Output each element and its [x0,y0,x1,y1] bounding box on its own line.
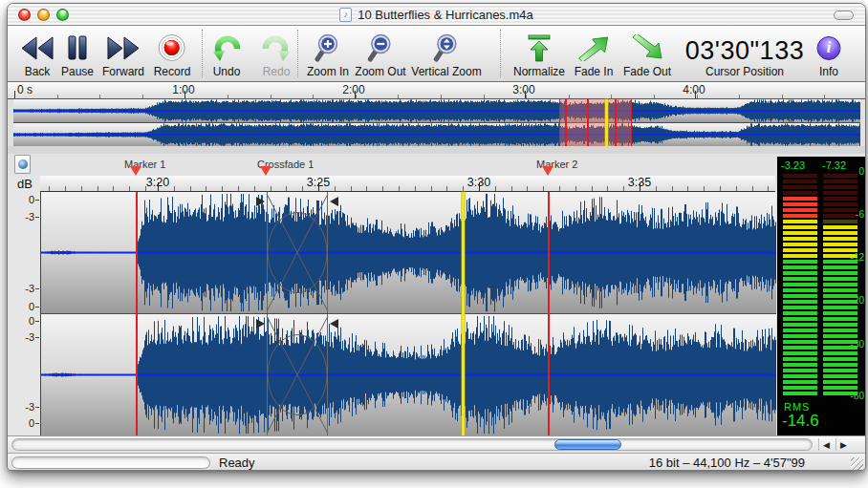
marker-1[interactable]: Marker 1 [124,155,165,172]
fast-forward-icon [107,31,140,65]
fade-in-button[interactable]: Fade In [575,28,614,81]
playback-cursor-line[interactable] [462,192,465,435]
scrollbar-thumb[interactable] [554,439,621,450]
db-scale-column: dB 0 -3 -3 0 0 -3 -3 0 [8,176,40,435]
fade-out-label: Fade Out [623,65,671,81]
record-button[interactable]: Record [154,28,191,81]
overview-ruler-label: 1:00 [172,83,194,96]
db-label: 0 [29,315,34,327]
selection-boundary-line[interactable] [136,192,138,435]
main-time-ruler[interactable]: 3:20 3:25 3:30 3:35 [39,176,775,192]
level-meter-right [823,174,857,397]
zoom-in-button[interactable]: Zoom In [307,28,349,81]
scroll-right-arrow-icon[interactable]: ▶ [835,438,851,451]
cursor-position-value: 03'30"133 [685,36,804,65]
overview-ruler[interactable]: 0 s 1:00 2:00 3:00 4:00 [8,82,865,99]
titlebar[interactable]: ♪ 10 Butterflies & Hurricanes.m4a [8,4,865,26]
overview-ruler-label: 2:00 [342,83,364,96]
pause-icon [66,31,89,65]
overview-waveform-canvas[interactable] [13,99,860,146]
back-button[interactable]: Back [21,28,54,81]
overview-cursor-line [605,99,608,146]
status-text: Ready [219,456,255,470]
redo-arrow-icon [260,31,293,65]
meter-scale-label: -20 [851,295,864,306]
undo-button[interactable]: Undo [210,28,243,81]
zoom-in-label: Zoom In [307,65,349,81]
peak-value-right: -7.32 [822,159,846,171]
cursor-position-display: 03'30"133 Cursor Position [685,28,804,81]
db-label: -3 [25,283,34,294]
fade-in-icon [577,31,610,65]
app-window: ♪ 10 Butterflies & Hurricanes.m4a Back P… [7,3,866,471]
document-proxy-icon[interactable] [14,155,31,174]
marker-strip[interactable]: Marker 1 Crossfade 1 Marker 2 [8,154,865,176]
overview-ruler-label: 3:00 [512,83,534,96]
waveform-editor[interactable] [40,192,775,435]
vertical-zoom-button[interactable]: Vertical Zoom [411,28,481,81]
overview-strip[interactable] [8,99,865,146]
resize-grip[interactable] [851,457,863,470]
redo-button[interactable]: Redo [260,28,293,81]
window-title: 10 Butterflies & Hurricanes.m4a [358,8,533,22]
close-button[interactable] [18,9,31,21]
progress-bar [11,456,210,469]
toolbar-toggle-button[interactable] [834,11,854,20]
zoom-window-button[interactable] [56,9,69,21]
forward-label: Forward [102,65,144,81]
overview-ruler-label: 0 s [17,83,33,96]
overview-marker-line [587,99,589,146]
fade-in-label: Fade In [575,65,614,81]
zoom-in-icon [314,31,342,65]
status-bar: Ready 16 bit – 44,100 Hz – 4'57"99 [8,453,865,471]
marker-crossfade-1[interactable]: Crossfade 1 [257,155,314,172]
marker-triangle-icon[interactable] [260,166,271,176]
zoom-out-button[interactable]: Zoom Out [355,28,405,81]
meter-scale-label: -6 [856,209,864,220]
normalize-button[interactable]: Normalize [513,28,565,81]
minimize-button[interactable] [37,9,50,21]
undo-arrow-icon [210,31,243,65]
scrollbar-track[interactable] [11,438,813,451]
undo-label: Undo [213,65,241,81]
normalize-label: Normalize [513,65,565,81]
crossfade-overlay-ch1[interactable] [267,192,328,313]
cursor-position-label: Cursor Position [705,65,784,81]
splitter [8,146,865,154]
zoom-out-icon [366,31,395,65]
main-waveform-canvas[interactable] [41,192,776,435]
selection-boundary-line[interactable] [548,192,550,435]
meter-scale-label: -60 [851,391,864,401]
meter-scale-label: -30 [851,339,864,350]
peak-value-left: -3.23 [781,159,805,171]
meter-scale-label: 0 [858,166,864,177]
redo-label: Redo [263,65,291,81]
overview-visible-selection[interactable] [559,99,632,146]
marker-2[interactable]: Marker 2 [536,155,577,172]
scroll-left-arrow-icon[interactable]: ◀ [818,438,834,451]
marker-triangle-icon[interactable] [130,166,141,176]
fade-out-icon [631,31,663,65]
fade-out-button[interactable]: Fade Out [623,28,671,81]
crossfade-overlay-ch2[interactable] [267,314,328,435]
document-music-icon: ♪ [339,8,352,22]
overview-marker-line [615,99,617,146]
pause-button[interactable]: Pause [61,28,94,81]
db-label: 0 [29,194,34,205]
toolbar: Back Pause Forward Record Undo [8,26,865,82]
vertical-zoom-label: Vertical Zoom [411,65,481,81]
back-label: Back [25,65,51,81]
horizontal-scrollbar[interactable]: ◀ ▶ [8,435,865,453]
info-label: Info [819,65,838,81]
marker-triangle-icon[interactable] [542,166,553,176]
info-icon: i [817,31,841,65]
level-meter-panel: -3.23 -7.32 0 -6 -12 -20 -30 -60 RMS -14… [777,157,865,435]
pause-label: Pause [61,65,94,81]
forward-button[interactable]: Forward [102,28,144,81]
db-label: -3 [25,331,34,343]
meter-scale-label: -12 [851,252,864,263]
format-info: 16 bit – 44,100 Hz – 4'57"99 [649,456,805,470]
db-label: -3 [25,401,34,413]
info-button[interactable]: i Info [817,28,841,81]
overview-ruler-minor-ticks [14,95,861,98]
